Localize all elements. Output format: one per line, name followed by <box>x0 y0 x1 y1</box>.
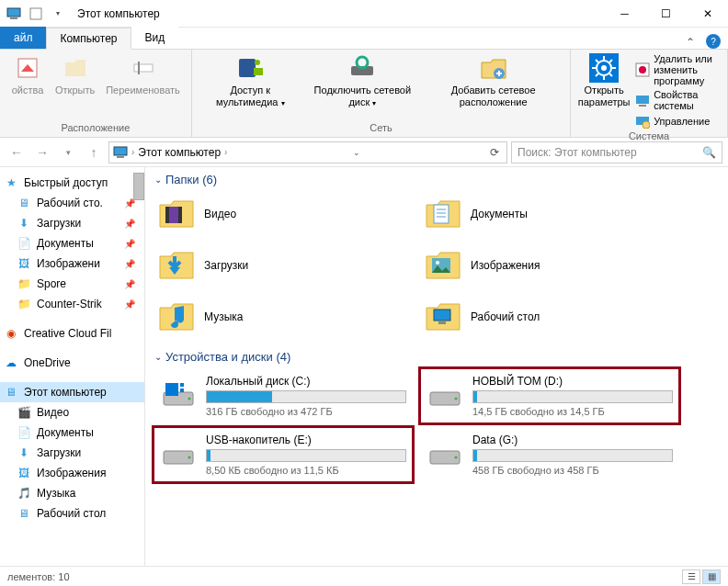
svg-rect-44 <box>180 383 184 387</box>
drive-bar-fill <box>207 450 210 461</box>
desktop-icon: 🖥 <box>17 506 31 521</box>
close-button[interactable]: ✕ <box>687 0 728 28</box>
folder-pictures[interactable]: Изображения <box>421 243 669 287</box>
svg-rect-4 <box>134 64 153 72</box>
crumb-sep-icon[interactable]: › <box>131 147 134 157</box>
pin-icon: 📌 <box>124 299 135 310</box>
cc-icon: ◉ <box>4 326 18 341</box>
nav-documents[interactable]: 📄Документы📌 <box>0 233 144 254</box>
details-view-button[interactable]: ☰ <box>682 569 700 584</box>
nav-documents2[interactable]: 📄Документы <box>0 423 144 443</box>
nav-quick-access[interactable]: ★Быстрый доступ <box>0 173 144 193</box>
open-button[interactable]: Открыть <box>50 51 100 98</box>
nav-downloads2[interactable]: ⬇Загрузки <box>0 443 144 463</box>
music-icon: 🎵 <box>17 486 31 501</box>
nav-desktop2[interactable]: 🖥Рабочий стол <box>0 503 144 524</box>
ribbon-collapse-icon[interactable]: ⌃ <box>678 36 702 49</box>
nav-creative-cloud[interactable]: ◉Creative Cloud Fil <box>0 323 144 344</box>
folder-documents[interactable]: Документы <box>421 192 669 236</box>
drives-header[interactable]: ⌄Устройства и диски (4) <box>154 350 719 364</box>
breadcrumb[interactable]: Этот компьютер <box>138 146 221 159</box>
system-properties-button[interactable]: Свойства системы <box>635 89 718 111</box>
pin-icon: 📌 <box>124 198 135 208</box>
svg-rect-32 <box>165 207 169 223</box>
quick-access-toolbar: ▾ <box>0 4 70 24</box>
chevron-down-icon: ⌄ <box>154 175 162 185</box>
folder-video[interactable]: Видео <box>154 192 403 236</box>
svg-rect-25 <box>636 96 649 104</box>
nav-thispc[interactable]: 🖥Этот компьютер <box>0 382 144 402</box>
tiles-view-button[interactable]: ▦ <box>702 569 721 584</box>
drive-c[interactable]: Локальный диск (C:) 316 ГБ свободно из 4… <box>154 369 412 423</box>
forward-button[interactable]: → <box>31 141 53 163</box>
folder-icon: 📁 <box>17 276 31 291</box>
drive-bar <box>206 449 406 462</box>
open-settings-button[interactable]: Открыть параметры <box>576 51 631 109</box>
search-input[interactable]: Поиск: Этот компьютер 🔍 <box>511 141 722 163</box>
svg-rect-34 <box>434 205 449 223</box>
video-folder-icon <box>158 196 195 232</box>
search-icon[interactable]: 🔍 <box>702 146 716 159</box>
downloads-folder-icon <box>158 247 195 284</box>
pin-icon: 📌 <box>124 219 135 229</box>
manage-button[interactable]: Управление <box>635 114 718 129</box>
qat-dropdown-icon[interactable]: ▾ <box>48 4 68 24</box>
help-icon[interactable]: ? <box>706 34 721 49</box>
thispc-icon <box>113 145 128 160</box>
nav-video[interactable]: 🎬Видео <box>0 402 144 423</box>
folder-downloads[interactable]: Загрузки <box>154 243 403 287</box>
nav-counterstrike[interactable]: 📁Counter-Strik📌 <box>0 294 144 314</box>
drive-e[interactable]: USB-накопитель (E:) 8,50 КБ свободно из … <box>154 428 412 481</box>
drive-bar-fill <box>207 391 272 402</box>
drive-bar <box>472 390 673 403</box>
svg-rect-1 <box>10 17 17 19</box>
window-controls: ─ ☐ ✕ <box>604 0 728 28</box>
pictures-icon: 🖼 <box>17 256 31 271</box>
drive-d[interactable]: НОВЫЙ ТОМ (D:) 14,5 ГБ свободно из 14,5 … <box>421 369 678 423</box>
refresh-button[interactable]: ⟳ <box>486 146 503 159</box>
nav-music[interactable]: 🎵Музыка <box>0 483 144 503</box>
qat-icon-props[interactable] <box>26 4 46 24</box>
nav-pictures2[interactable]: 🖼Изображения <box>0 463 144 483</box>
folder-desktop[interactable]: Рабочий стол <box>421 295 669 339</box>
add-network-icon <box>479 53 508 83</box>
svg-point-46 <box>188 398 191 400</box>
nav-downloads[interactable]: ⬇Загрузки📌 <box>0 213 144 233</box>
nav-desktop[interactable]: 🖥Рабочий сто.📌 <box>0 193 144 213</box>
main-area: ★Быстрый доступ 🖥Рабочий сто.📌 ⬇Загрузки… <box>0 167 728 566</box>
uninstall-button[interactable]: Удалить или изменить программу <box>635 53 718 86</box>
recent-dropdown[interactable]: ▾ <box>57 141 79 163</box>
rename-button[interactable]: Переименовать <box>100 51 186 98</box>
addr-dropdown-icon[interactable]: ⌄ <box>349 148 364 157</box>
drives-section: ⌄Устройства и диски (4) Локальный диск (… <box>154 350 719 481</box>
back-button[interactable]: ← <box>6 141 28 163</box>
drive-g[interactable]: Data (G:) 458 ГБ свободно из 458 ГБ <box>421 428 678 481</box>
map-drive-button[interactable]: Подключить сетевой диск ▾ <box>303 51 422 109</box>
add-network-location-button[interactable]: Добавить сетевое расположение <box>422 51 564 109</box>
tab-file[interactable]: айл <box>0 27 46 49</box>
svg-point-52 <box>455 456 458 459</box>
item-count: лементов: 10 <box>7 571 70 582</box>
system-small-buttons: Удалить или изменить программу Свойства … <box>631 51 722 130</box>
qat-icon-thispc[interactable] <box>4 4 24 24</box>
nav-pictures[interactable]: 🖼Изображени📌 <box>0 254 144 274</box>
navigation-pane: ★Быстрый доступ 🖥Рабочий сто.📌 ⬇Загрузки… <box>0 167 145 566</box>
nav-onedrive[interactable]: ☁OneDrive <box>0 353 144 373</box>
drive-icon <box>160 436 197 473</box>
svg-rect-33 <box>178 207 182 223</box>
tab-computer[interactable]: Компьютер <box>46 28 131 50</box>
media-access-button[interactable]: Доступ к мультимедиа ▾ <box>198 51 303 109</box>
downloads-icon: ⬇ <box>17 445 31 460</box>
folders-header[interactable]: ⌄Папки (6) <box>154 173 719 186</box>
music-folder-icon <box>158 299 195 335</box>
nav-spore[interactable]: 📁Spore📌 <box>0 274 144 294</box>
folder-music[interactable]: Музыка <box>154 295 403 339</box>
minimize-button[interactable]: ─ <box>604 0 645 28</box>
address-box[interactable]: › Этот компьютер › ⌄ ⟳ <box>108 141 507 163</box>
properties-button[interactable]: ойства <box>6 51 50 98</box>
tab-view[interactable]: Вид <box>131 27 179 49</box>
map-drive-icon <box>347 53 377 83</box>
maximize-button[interactable]: ☐ <box>645 0 687 28</box>
crumb-sep-icon[interactable]: › <box>224 147 227 157</box>
up-button[interactable]: ↑ <box>83 141 105 163</box>
